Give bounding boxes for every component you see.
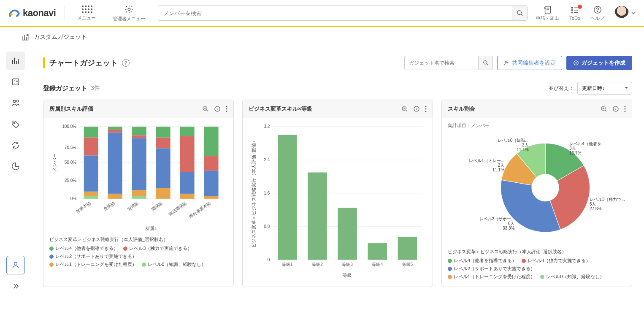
nav-tag[interactable] [6,115,25,133]
svg-text:開発部: 開発部 [151,201,164,212]
svg-text:レベル2（サポー...: レベル2（サポー... [479,217,515,221]
svg-text:33.3%: 33.3% [503,226,515,230]
stacked-bar-chart: 0%25.0%50.0%70.5%100.0%営業本部企画部管理部開発部商品開発… [49,122,227,233]
svg-point-12 [597,11,598,11]
gadget-search-button[interactable] [478,56,492,70]
nav-people[interactable] [6,94,25,112]
grid-icon [82,5,91,13]
list-count: 3件 [91,84,100,92]
svg-rect-50 [132,196,146,199]
svg-point-15 [13,100,16,103]
svg-text:27.8%: 27.8% [590,206,602,211]
svg-text:1.6: 1.6 [264,191,270,195]
svg-rect-69 [204,196,218,199]
card-title: ビジネス変革スキル×等級 [249,105,312,113]
svg-text:所属1: 所属1 [145,226,157,231]
svg-text:5人: 5人 [590,202,596,206]
svg-rect-40 [84,155,98,191]
nav-person[interactable] [6,256,25,274]
nav-chart-gadget[interactable] [6,51,25,70]
coeditor-button[interactable]: 共同編集者を設定 [497,56,562,70]
document-icon [543,5,552,14]
svg-line-20 [486,64,488,65]
chevron-down-icon [631,11,636,15]
create-gadget-button[interactable]: ガジェットを作成 [566,56,632,70]
svg-line-3 [521,14,522,16]
svg-text:2人: 2人 [522,143,529,147]
svg-rect-99 [398,237,417,260]
nav-pie[interactable] [6,157,25,176]
svg-text:レベル1（トレー...: レベル1（トレー... [469,158,504,163]
svg-text:2人: 2人 [498,163,505,168]
svg-rect-52 [132,138,146,190]
info-icon[interactable] [612,106,619,112]
svg-text:等級1: 等級1 [282,262,293,267]
svg-text:等級3: 等級3 [342,262,353,267]
logo[interactable]: kaonavi [8,8,56,19]
member-search-input[interactable] [158,5,528,21]
refresh-icon [11,141,20,150]
title-accent [43,57,45,68]
menu-button[interactable]: メニュー [73,5,100,21]
nav-calc[interactable] [6,73,25,91]
help-tooltip-icon[interactable]: ? [122,59,130,67]
svg-rect-60 [156,127,170,138]
svg-text:商品開発部: 商品開発部 [168,201,187,217]
legend-item: レベル4（他者を指導できる） [448,257,517,264]
list-title: 登録ガジェット [43,84,87,92]
svg-point-16 [16,100,19,102]
nav-refresh[interactable] [6,136,25,154]
zoom-icon[interactable] [601,106,607,112]
legend-item: レベル1（トレーニングを受けた程度） [448,274,535,280]
bar-chart-icon [11,56,20,65]
admin-menu-label: 管理者メニュー [113,16,145,22]
todo-button[interactable]: ToDo [569,5,580,21]
page-title: チャートガジェット [49,58,118,68]
user-menu[interactable] [614,6,636,20]
more-icon[interactable] [226,106,227,112]
card-title: スキル割合 [448,105,475,113]
avatar [614,6,629,20]
apply-button[interactable]: 申請・届出 [536,5,559,22]
svg-text:レベル4（他者を...: レベル4（他者を... [569,141,605,146]
svg-point-105 [625,106,626,107]
person-icon [11,261,20,269]
person-plus-icon [503,60,509,66]
svg-rect-54 [132,127,146,135]
brand-text: kaonavi [23,8,56,19]
svg-point-80 [425,111,427,112]
admin-menu-button[interactable]: 管理者メニュー [108,5,149,22]
svg-rect-39 [84,192,98,196]
info-icon[interactable] [214,106,221,112]
member-search-button[interactable] [512,6,527,20]
chart-icon [21,33,30,41]
more-icon[interactable] [624,106,626,112]
help-icon [593,5,602,14]
legend-item: レベル0（知識、経験なし） [142,261,206,268]
card-skill-ratio: スキル割合 集計項目：メンバー レベル4（他者を...3人16.7%レベル3（独… [441,100,632,287]
sort-select[interactable]: 更新日時↓ [577,82,632,95]
svg-point-25 [226,106,227,107]
more-icon[interactable] [425,106,427,112]
info-icon[interactable] [413,106,420,112]
zoom-icon[interactable] [401,106,408,112]
svg-rect-41 [84,138,98,156]
svg-text:2.4: 2.4 [264,157,270,162]
apply-label: 申請・届出 [536,15,559,22]
svg-text:海外事業本部: 海外事業本部 [188,201,211,219]
svg-rect-95 [338,208,357,260]
nav-expand[interactable] [6,277,25,295]
svg-text:3人: 3人 [569,146,576,151]
zoom-icon[interactable] [202,106,209,112]
gadget-cards: 所属別スキル評価 0%25.0%50.0%70.5%100.0%営業本部企画部管… [43,100,632,287]
legend-item: レベル3（独力で実施できる） [123,245,192,252]
svg-text:企画部: 企画部 [103,201,116,212]
tag-icon [11,119,20,129]
gadget-search [404,56,493,70]
svg-point-107 [625,111,626,112]
top-actions: 申請・届出 ToDo ヘルプ [536,5,636,22]
legend: レベル4（他者を指導できる）レベル3（独力で実施できる）レベル2（サポートありで… [49,245,227,268]
legend: レベル4（他者を指導できる）レベル3（独力で実施できる）レベル2（サポートありで… [448,257,626,280]
svg-point-79 [425,108,427,110]
help-button[interactable]: ヘルプ [590,5,604,22]
